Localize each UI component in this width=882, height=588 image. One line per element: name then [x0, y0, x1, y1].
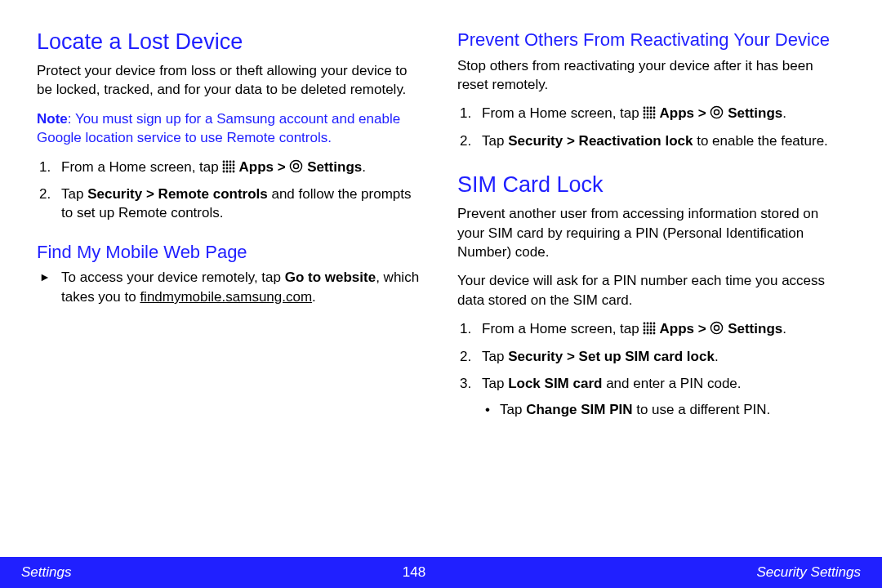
svg-point-17 — [294, 163, 299, 168]
svg-point-20 — [650, 107, 653, 109]
svg-point-5 — [226, 163, 229, 166]
step-text: From a Home screen, tap — [482, 105, 643, 121]
svg-point-45 — [647, 329, 649, 332]
svg-point-8 — [223, 167, 225, 169]
prevent-step-1: From a Home screen, tap Apps > Settings. — [457, 104, 845, 122]
svg-point-7 — [233, 163, 235, 166]
svg-point-49 — [647, 332, 649, 335]
svg-point-3 — [233, 160, 235, 163]
settings-gear-icon — [289, 159, 303, 173]
step-text: to enable the feature. — [693, 133, 827, 149]
locate-step-2: Tap Security > Remote controls and follo… — [37, 185, 425, 223]
apps-grid-icon — [643, 322, 656, 335]
sim-paragraph-1: Prevent another user from accessing info… — [457, 204, 845, 261]
svg-point-34 — [711, 107, 723, 118]
sim-step-2: Tap Security > Set up SIM card lock. — [457, 347, 845, 366]
step-text: From a Home screen, tap — [61, 159, 222, 175]
svg-point-40 — [644, 326, 646, 328]
svg-point-23 — [647, 110, 649, 113]
note-text: : You must sign up for a Samsung account… — [37, 111, 400, 145]
step-text: Tap — [482, 133, 508, 149]
prevent-intro: Stop others from reactivating your devic… — [457, 56, 845, 95]
step-bold: Lock SIM card — [508, 376, 602, 391]
settings-gear-icon — [710, 105, 724, 119]
svg-point-28 — [650, 114, 653, 116]
settings-label: Settings — [724, 321, 782, 336]
svg-point-15 — [233, 170, 235, 172]
find-mobile-item: To access your device remotely, tap Go t… — [37, 268, 425, 306]
text: To access your device remotely, tap — [61, 270, 285, 285]
svg-point-42 — [650, 326, 653, 328]
svg-point-38 — [650, 323, 653, 325]
svg-point-50 — [650, 332, 653, 335]
step-text: From a Home screen, tap — [482, 321, 643, 336]
step-bold: Security > Reactivation lock — [508, 133, 693, 149]
heading-sim-card-lock: SIM Card Lock — [457, 172, 845, 199]
page-number: 148 — [403, 564, 425, 581]
prevent-step-2: Tap Security > Reactivation lock to enab… — [457, 131, 845, 150]
svg-point-0 — [223, 160, 225, 163]
svg-point-6 — [229, 163, 232, 166]
svg-point-52 — [711, 323, 723, 334]
svg-point-13 — [226, 170, 229, 172]
svg-point-41 — [647, 326, 649, 328]
step-text: and enter a PIN code. — [602, 376, 741, 391]
svg-point-10 — [229, 167, 232, 169]
svg-point-43 — [653, 326, 656, 328]
svg-point-48 — [644, 332, 646, 335]
step-bold: Security > Set up SIM card lock — [508, 349, 715, 364]
svg-point-31 — [647, 117, 649, 119]
page-footer: Settings 148 Security Settings — [0, 557, 882, 588]
sim-steps-list: From a Home screen, tap Apps > Settings.… — [457, 319, 845, 419]
svg-point-18 — [644, 107, 646, 109]
note-label: Note — [37, 111, 68, 127]
heading-locate-lost-device: Locate a Lost Device — [37, 29, 425, 56]
sim-paragraph-2: Your device will ask for a PIN number ea… — [457, 271, 845, 310]
svg-point-16 — [291, 160, 302, 172]
svg-point-26 — [644, 114, 646, 116]
footer-left: Settings — [21, 564, 71, 581]
apps-grid-icon — [643, 106, 656, 119]
svg-point-53 — [715, 326, 719, 331]
svg-point-29 — [653, 114, 656, 116]
step-bold: Security > Remote controls — [87, 186, 268, 202]
settings-gear-icon — [710, 321, 724, 335]
svg-point-30 — [644, 117, 646, 119]
svg-point-51 — [653, 332, 656, 335]
svg-point-9 — [226, 167, 229, 169]
svg-point-39 — [653, 323, 656, 325]
step-text: Tap — [61, 186, 87, 202]
text: Tap — [500, 402, 526, 417]
svg-point-24 — [650, 110, 653, 113]
svg-point-35 — [715, 110, 719, 115]
step-text: . — [715, 349, 719, 364]
sim-step-1: From a Home screen, tap Apps > Settings. — [457, 319, 845, 338]
text: . — [312, 289, 316, 305]
svg-point-44 — [644, 329, 646, 332]
document-page: Locate a Lost Device Protect your device… — [0, 0, 882, 588]
svg-point-19 — [647, 107, 649, 109]
svg-point-1 — [226, 160, 229, 163]
svg-point-21 — [653, 107, 656, 109]
svg-point-12 — [223, 170, 225, 172]
sim-sub-item: Tap Change SIM PIN to use a different PI… — [482, 400, 845, 419]
svg-point-27 — [647, 114, 649, 116]
left-column: Locate a Lost Device Protect your device… — [37, 29, 425, 529]
heading-prevent-reactivating: Prevent Others From Reactivating Your De… — [457, 29, 845, 51]
svg-point-22 — [644, 110, 646, 113]
step-text: Tap — [482, 349, 508, 364]
sim-step-3: Tap Lock SIM card and enter a PIN code. … — [457, 374, 845, 419]
svg-point-37 — [647, 323, 649, 325]
prevent-steps-list: From a Home screen, tap Apps > Settings.… — [457, 104, 845, 150]
findmymobile-link[interactable]: findmymobile.samsung.com — [140, 289, 312, 305]
svg-point-11 — [233, 167, 235, 169]
svg-point-14 — [229, 170, 232, 172]
apps-label: Apps > — [656, 321, 710, 336]
bold: Change SIM PIN — [526, 402, 632, 417]
svg-point-25 — [653, 110, 656, 113]
step-text: Tap — [482, 376, 508, 391]
right-column: Prevent Others From Reactivating Your De… — [457, 29, 845, 529]
svg-point-2 — [229, 160, 232, 163]
svg-point-4 — [223, 163, 225, 166]
svg-point-47 — [653, 329, 656, 332]
